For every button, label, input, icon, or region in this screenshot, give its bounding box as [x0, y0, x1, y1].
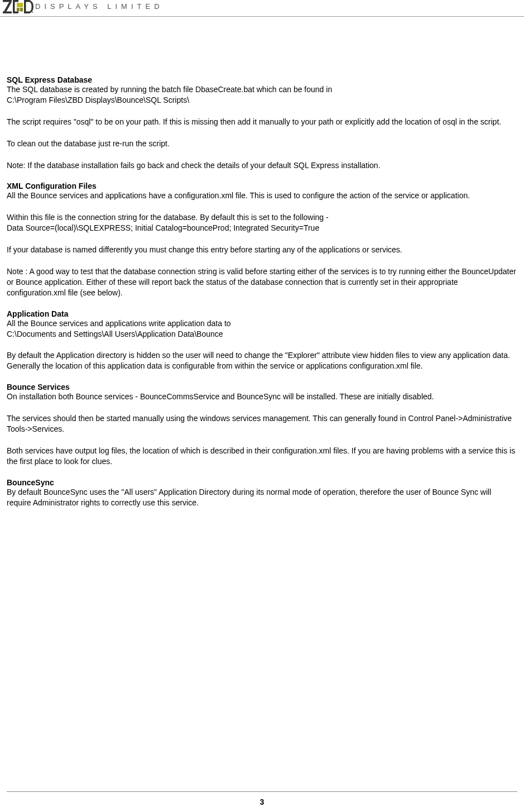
page-header: DISPLAYS LIMITED [0, 0, 524, 17]
services-p3: Both services have output log files, the… [7, 446, 517, 467]
xml-heading: XML Configuration Files [7, 181, 517, 190]
svg-rect-6 [17, 3, 23, 7]
appdata-p2: C:\Documents and Settings\All Users\Appl… [7, 329, 517, 340]
zbd-logo-icon [3, 0, 33, 13]
appdata-p3: By default the Application directory is … [7, 350, 517, 361]
services-p1: On installation both Bounce services - B… [7, 391, 517, 402]
xml-p3: Data Source=(local)\SQLEXPRESS; Initial … [7, 223, 517, 233]
xml-p1: All the Bounce services and applications… [7, 190, 517, 201]
appdata-heading: Application Data [7, 309, 517, 318]
appdata-p4: Generally the location of this applicati… [7, 361, 517, 371]
company-logo [3, 0, 33, 13]
sql-heading: SQL Express Database [7, 75, 517, 84]
sync-heading: BounceSync [7, 478, 517, 487]
page-number: 3 [260, 797, 265, 806]
svg-rect-7 [17, 8, 20, 12]
svg-rect-4 [13, 0, 15, 13]
svg-rect-2 [3, 12, 12, 14]
company-name: DISPLAYS LIMITED [35, 2, 164, 12]
document-content: SQL Express Database The SQL database is… [0, 17, 524, 519]
sql-p4: To clean out the database just re-run th… [7, 138, 517, 149]
sync-p1: By default BounceSync uses the "All user… [7, 487, 517, 508]
sql-p5: Note: If the database installation fails… [7, 160, 517, 171]
sql-p2: C:\Program Files\ZBD Displays\Bounce\SQL… [7, 95, 517, 106]
xml-p4: If your database is named differently yo… [7, 245, 517, 255]
services-p2: The services should then be started manu… [7, 413, 517, 434]
svg-rect-9 [24, 0, 26, 13]
sql-p1: The SQL database is created by running t… [7, 84, 517, 95]
svg-rect-11 [24, 12, 30, 14]
svg-rect-0 [3, 0, 12, 2]
svg-rect-10 [24, 0, 30, 2]
svg-rect-8 [20, 8, 23, 12]
xml-p2: Within this file is the connection strin… [7, 212, 517, 223]
svg-point-12 [32, 12, 33, 13]
page-footer: 3 [7, 791, 517, 806]
appdata-p1: All the Bounce services and applications… [7, 318, 517, 329]
sql-p3: The script requires "osql" to be on your… [7, 117, 517, 127]
services-heading: Bounce Services [7, 383, 517, 391]
xml-p5: Note : A good way to test that the datab… [7, 266, 517, 298]
svg-rect-5 [13, 12, 18, 14]
